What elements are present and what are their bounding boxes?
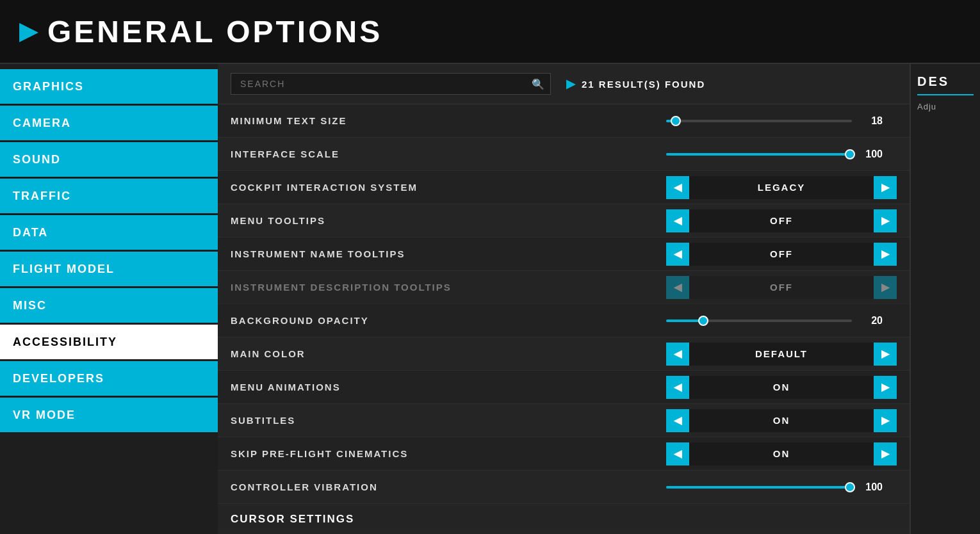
menu-tooltips-next-btn[interactable]: ▶ (874, 209, 897, 232)
menu-tooltips-prev-btn[interactable]: ◀ (666, 209, 689, 232)
interface-scale-label: INTERFACE SCALE (231, 149, 666, 159)
instrument-name-tooltips-prev-btn[interactable]: ◀ (666, 243, 689, 266)
skip-preflight-next-btn[interactable]: ▶ (874, 442, 897, 465)
instrument-name-tooltips-next-btn[interactable]: ▶ (874, 243, 897, 266)
subtitles-current-value: ON (689, 409, 874, 432)
sidebar-item-sound[interactable]: SOUND (0, 142, 218, 177)
menu-tooltips-label: MENU TOOLTIPS (231, 215, 666, 226)
setting-row-controller-vibration: CONTROLLER VIBRATION100 (218, 471, 910, 504)
cursor-settings-header: CURSOR SETTINGS (218, 504, 910, 528)
search-input-wrap: 🔍 (231, 73, 551, 95)
instrument-name-tooltips-selector: ◀OFF▶ (666, 243, 897, 266)
interface-scale-fill (666, 153, 852, 156)
search-input[interactable] (231, 73, 551, 95)
sidebar-item-flight-model[interactable]: FLIGHT MODEL (0, 252, 218, 286)
main-layout: GRAPHICSCAMERASOUNDTRAFFICDATAFLIGHT MOD… (0, 64, 980, 534)
controller-vibration-track (666, 486, 852, 489)
background-opacity-label: BACKGROUND OPACITY (231, 315, 666, 326)
controller-vibration-thumb[interactable] (845, 482, 855, 492)
background-opacity-track (666, 320, 852, 322)
cockpit-interaction-prev-btn[interactable]: ◀ (666, 176, 689, 199)
right-panel: DES Adju (910, 64, 980, 534)
min-text-size-slider[interactable]: 18 (666, 115, 897, 127)
settings-list: MINIMUM TEXT SIZE18INTERFACE SCALE100COC… (218, 104, 910, 534)
subtitles-prev-btn[interactable]: ◀ (666, 409, 689, 432)
cursor-section-label: CURSOR SETTINGS (231, 513, 897, 526)
cockpit-interaction-current-value: LEGACY (689, 176, 874, 199)
min-text-size-value: 18 (860, 115, 883, 127)
sidebar: GRAPHICSCAMERASOUNDTRAFFICDATAFLIGHT MOD… (0, 64, 218, 534)
page-title: GENERAL OPTIONS (47, 14, 382, 49)
setting-row-instrument-name-tooltips: INSTRUMENT NAME TOOLTIPS◀OFF▶ (218, 238, 910, 271)
sidebar-item-camera[interactable]: CAMERA (0, 106, 218, 140)
sidebar-item-traffic[interactable]: TRAFFIC (0, 179, 218, 213)
instrument-desc-tooltips-current-value: OFF (689, 276, 874, 299)
menu-animations-selector: ◀ON▶ (666, 376, 897, 399)
sidebar-item-misc[interactable]: MISC (0, 288, 218, 323)
instrument-desc-tooltips-label: INSTRUMENT DESCRIPTION TOOLTIPS (231, 282, 666, 293)
sidebar-item-data[interactable]: DATA (0, 215, 218, 250)
instrument-desc-tooltips-next-btn[interactable]: ▶ (874, 276, 897, 299)
setting-row-min-text-size: MINIMUM TEXT SIZE18 (218, 104, 910, 138)
results-found: ▶ 21 RESULT(S) FOUND (566, 77, 705, 91)
menu-animations-prev-btn[interactable]: ◀ (666, 376, 689, 399)
main-color-label: MAIN COLOR (231, 348, 666, 359)
results-arrow-icon: ▶ (566, 77, 576, 91)
min-text-size-thumb[interactable] (671, 116, 681, 126)
setting-row-cursor-acceleration: CURSOR ACCELERATION7 (218, 528, 910, 534)
menu-animations-next-btn[interactable]: ▶ (874, 376, 897, 399)
setting-row-subtitles: SUBTITLES◀ON▶ (218, 404, 910, 437)
setting-row-background-opacity: BACKGROUND OPACITY20 (218, 304, 910, 337)
sidebar-item-vr-mode[interactable]: VR MODE (0, 398, 218, 432)
interface-scale-value: 100 (860, 149, 883, 160)
header-icon: ▶ (19, 18, 37, 45)
menu-animations-current-value: ON (689, 376, 874, 399)
background-opacity-value: 20 (860, 315, 883, 327)
subtitles-label: SUBTITLES (231, 415, 666, 426)
interface-scale-slider[interactable]: 100 (666, 149, 897, 160)
sidebar-item-developers[interactable]: DEVELOPERS (0, 361, 218, 396)
cockpit-interaction-label: COCKPIT INTERACTION SYSTEM (231, 182, 666, 193)
background-opacity-thumb[interactable] (698, 316, 708, 326)
search-icon[interactable]: 🔍 (532, 78, 544, 90)
background-opacity-slider[interactable]: 20 (666, 315, 897, 327)
results-count: 21 RESULT(S) FOUND (582, 79, 705, 90)
subtitles-next-btn[interactable]: ▶ (874, 409, 897, 432)
min-text-size-track (666, 120, 852, 122)
skip-preflight-selector: ◀ON▶ (666, 442, 897, 465)
right-panel-text: Adju (917, 102, 974, 111)
cockpit-interaction-next-btn[interactable]: ▶ (874, 176, 897, 199)
controller-vibration-label: CONTROLLER VIBRATION (231, 481, 666, 492)
setting-row-main-color: MAIN COLOR◀DEFAULT▶ (218, 337, 910, 371)
setting-row-menu-animations: MENU ANIMATIONS◀ON▶ (218, 371, 910, 404)
controller-vibration-slider[interactable]: 100 (666, 481, 897, 493)
setting-row-interface-scale: INTERFACE SCALE100 (218, 138, 910, 171)
setting-row-instrument-desc-tooltips: INSTRUMENT DESCRIPTION TOOLTIPS◀OFF▶ (218, 271, 910, 304)
setting-row-menu-tooltips: MENU TOOLTIPS◀OFF▶ (218, 204, 910, 238)
header: ▶ GENERAL OPTIONS (0, 0, 980, 64)
skip-preflight-prev-btn[interactable]: ◀ (666, 442, 689, 465)
search-bar: 🔍 ▶ 21 RESULT(S) FOUND (218, 64, 910, 104)
main-color-next-btn[interactable]: ▶ (874, 343, 897, 366)
main-color-selector: ◀DEFAULT▶ (666, 343, 897, 366)
instrument-desc-tooltips-selector: ◀OFF▶ (666, 276, 897, 299)
interface-scale-thumb[interactable] (845, 149, 855, 159)
menu-tooltips-selector: ◀OFF▶ (666, 209, 897, 232)
instrument-desc-tooltips-prev-btn[interactable]: ◀ (666, 276, 689, 299)
instrument-name-tooltips-label: INSTRUMENT NAME TOOLTIPS (231, 248, 666, 259)
main-color-prev-btn[interactable]: ◀ (666, 343, 689, 366)
menu-animations-label: MENU ANIMATIONS (231, 382, 666, 392)
cockpit-interaction-selector: ◀LEGACY▶ (666, 176, 897, 199)
subtitles-selector: ◀ON▶ (666, 409, 897, 432)
right-panel-title: DES (917, 74, 974, 95)
sidebar-item-graphics[interactable]: GRAPHICS (0, 69, 218, 104)
setting-row-cockpit-interaction: COCKPIT INTERACTION SYSTEM◀LEGACY▶ (218, 171, 910, 204)
setting-row-skip-preflight: SKIP PRE-FLIGHT CINEMATICS◀ON▶ (218, 437, 910, 471)
menu-tooltips-current-value: OFF (689, 209, 874, 232)
skip-preflight-current-value: ON (689, 442, 874, 465)
min-text-size-label: MINIMUM TEXT SIZE (231, 115, 666, 126)
content-area: 🔍 ▶ 21 RESULT(S) FOUND MINIMUM TEXT SIZE… (218, 64, 910, 534)
main-color-current-value: DEFAULT (689, 343, 874, 366)
skip-preflight-label: SKIP PRE-FLIGHT CINEMATICS (231, 448, 666, 459)
sidebar-item-accessibility[interactable]: ACCESSIBILITY (0, 325, 218, 359)
